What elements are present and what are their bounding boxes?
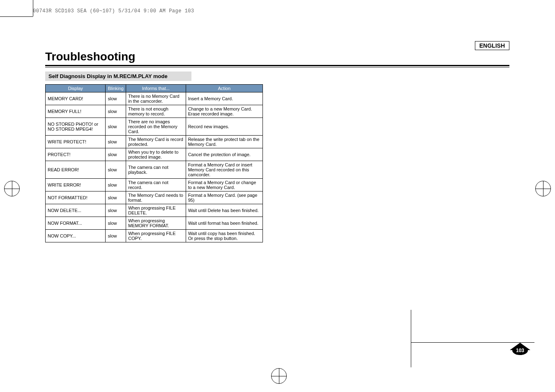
cell-blinking: slow bbox=[106, 191, 126, 204]
divider bbox=[45, 67, 509, 67]
cell-display: NOT FORMATTED! bbox=[46, 191, 106, 204]
cell-blinking: slow bbox=[106, 136, 126, 148]
cell-action: Change to a new Memory Card. Erase recor… bbox=[186, 105, 263, 118]
cell-display: NO STORED PHOTO! or NO STORED MPEG4! bbox=[46, 118, 106, 136]
cell-informs: The camera can not record. bbox=[126, 179, 186, 191]
table-row: NOW FORMAT...slowWhen progressing MEMORY… bbox=[46, 217, 263, 230]
cell-blinking: slow bbox=[106, 204, 126, 217]
cell-action: Release the write protect tab on the Mem… bbox=[186, 136, 263, 148]
cell-action: Wait until copy has been finished. Or pr… bbox=[186, 230, 263, 242]
cell-display: PROTECT! bbox=[46, 148, 106, 161]
page-number: 103 bbox=[512, 346, 528, 355]
table-row: NOT FORMATTED!slowThe Memory Card needs … bbox=[46, 191, 263, 204]
cell-blinking: slow bbox=[106, 92, 126, 105]
cell-informs: When progressing FILE COPY. bbox=[126, 230, 186, 242]
cell-action: Format a Memory Card or insert Memory Ca… bbox=[186, 161, 263, 179]
cell-display: WRITE PROTECT! bbox=[46, 136, 106, 148]
cell-informs: The Memory Card is record protected. bbox=[126, 136, 186, 148]
page-title: Troubleshooting bbox=[45, 50, 509, 63]
cell-action: Insert a Memory Card. bbox=[186, 92, 263, 105]
cell-blinking: slow bbox=[106, 105, 126, 118]
language-indicator: ENGLISH bbox=[475, 41, 509, 50]
cell-blinking: slow bbox=[106, 148, 126, 161]
table-row: WRITE ERROR!slowThe camera can not recor… bbox=[46, 179, 263, 191]
page-number-badge: 103 bbox=[510, 343, 530, 355]
cell-informs: The camera can not playback. bbox=[126, 161, 186, 179]
crop-mark bbox=[411, 342, 534, 343]
cell-informs: When progressing FILE DELETE. bbox=[126, 204, 186, 217]
section-heading: Self Diagnosis Display in M.REC/M.PLAY m… bbox=[45, 71, 191, 81]
cell-display: NOW FORMAT... bbox=[46, 217, 106, 230]
cell-blinking: slow bbox=[106, 179, 126, 191]
crop-mark bbox=[411, 310, 411, 367]
table-row: MEMORY CARD!slowThere is no Memory Card … bbox=[46, 92, 263, 105]
table-row: READ ERROR!slowThe camera can not playba… bbox=[46, 161, 263, 179]
cell-informs: There are no images recorded on the Memo… bbox=[126, 118, 186, 136]
col-informs: Informs that... bbox=[126, 85, 186, 92]
table-row: NO STORED PHOTO! or NO STORED MPEG4!slow… bbox=[46, 118, 263, 136]
cell-action: Cancel the protection of image. bbox=[186, 148, 263, 161]
col-action: Action bbox=[186, 85, 263, 92]
cell-display: NOW DELETE... bbox=[46, 204, 106, 217]
cell-informs: When you try to delete to protected imag… bbox=[126, 148, 186, 161]
crop-mark bbox=[0, 16, 33, 17]
cell-action: Format a Memory Card. (see page 95) bbox=[186, 191, 263, 204]
cell-informs: There is not enough memory to record. bbox=[126, 105, 186, 118]
diagnosis-table: Display Blinking Informs that... Action … bbox=[45, 84, 263, 242]
print-header-slug: 00743R SCD103 SEA (60~107) 5/31/04 9:00 … bbox=[33, 8, 194, 14]
cell-blinking: slow bbox=[106, 161, 126, 179]
crop-mark bbox=[33, 0, 33, 16]
table-header-row: Display Blinking Informs that... Action bbox=[46, 85, 263, 92]
cell-display: NOW COPY... bbox=[46, 230, 106, 242]
cell-action: Wait until Delete has been finished. bbox=[186, 204, 263, 217]
cell-display: WRITE ERROR! bbox=[46, 179, 106, 191]
cell-display: MEMORY FULL! bbox=[46, 105, 106, 118]
table-row: NOW DELETE...slowWhen progressing FILE D… bbox=[46, 204, 263, 217]
col-blinking: Blinking bbox=[106, 85, 126, 92]
cell-informs: The Memory Card needs to format. bbox=[126, 191, 186, 204]
table-row: WRITE PROTECT!slowThe Memory Card is rec… bbox=[46, 136, 263, 148]
cell-informs: There is no Memory Card in the camcorder… bbox=[126, 92, 186, 105]
cell-action: Wait until format has been finished. bbox=[186, 217, 263, 230]
page-content: ENGLISH Troubleshooting Self Diagnosis D… bbox=[45, 41, 509, 242]
registration-mark-icon bbox=[4, 181, 20, 196]
table-row: PROTECT!slowWhen you try to delete to pr… bbox=[46, 148, 263, 161]
cell-action: Record new images. bbox=[186, 118, 263, 136]
cell-display: READ ERROR! bbox=[46, 161, 106, 179]
divider bbox=[45, 65, 509, 66]
cell-blinking: slow bbox=[106, 230, 126, 242]
registration-mark-icon bbox=[535, 181, 551, 196]
col-display: Display bbox=[46, 85, 106, 92]
table-row: NOW COPY...slowWhen progressing FILE COP… bbox=[46, 230, 263, 242]
registration-mark-icon bbox=[271, 368, 287, 384]
cell-blinking: slow bbox=[106, 217, 126, 230]
cell-display: MEMORY CARD! bbox=[46, 92, 106, 105]
cell-blinking: slow bbox=[106, 118, 126, 136]
cell-informs: When progressing MEMORY FORMAT. bbox=[126, 217, 186, 230]
cell-action: Format a Memory Card or change to a new … bbox=[186, 179, 263, 191]
table-row: MEMORY FULL!slowThere is not enough memo… bbox=[46, 105, 263, 118]
